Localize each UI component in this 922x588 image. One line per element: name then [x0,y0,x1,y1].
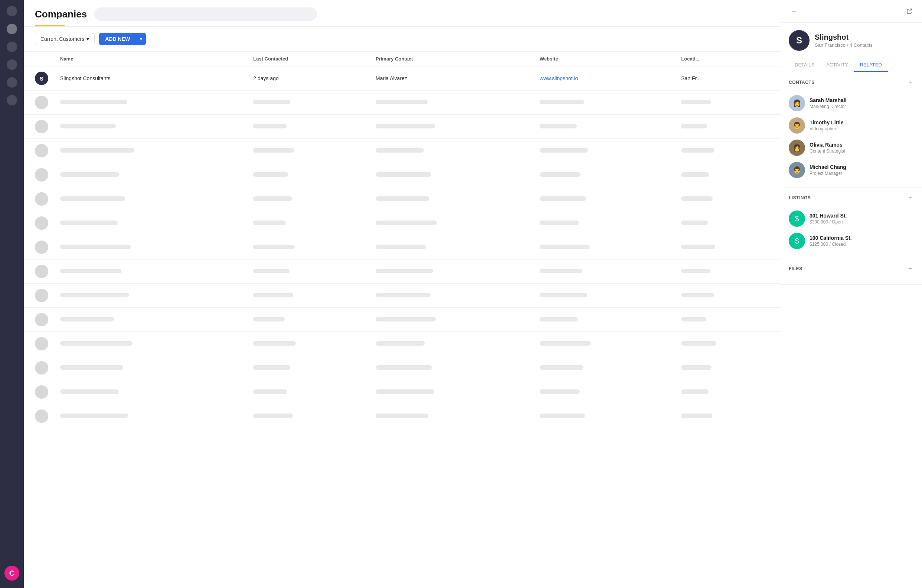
row-avatar-cell [24,332,54,356]
skeleton-bar [253,269,289,273]
skeleton-bar [681,413,712,418]
listing-item-2[interactable]: $ 100 California St. $125,000 / Closed [789,230,915,252]
contact-avatar-timothy: 👨 [789,117,805,134]
table-row[interactable] [24,211,781,235]
skeleton-bar [681,341,716,346]
col-name[interactable]: Name [54,52,247,67]
skeleton-cell [675,284,781,308]
tab-details[interactable]: DETAILS [789,58,820,72]
filter-button[interactable]: Current Customers ▾ [35,33,95,45]
panel-company-name: Slingshot [815,33,873,42]
contact-item-sarah[interactable]: 👩 Sarah Marshall Marketing Director [789,92,915,114]
sidebar-item-4[interactable] [7,59,17,70]
row-website[interactable]: www.slingshot.io [534,67,675,91]
files-add-button[interactable]: + [906,264,915,273]
col-website[interactable]: Website [534,52,675,67]
sidebar-item-3[interactable] [7,42,17,52]
row-last-contacted: 2 days ago [247,67,370,91]
table-row[interactable] [24,163,781,187]
table-row[interactable] [24,139,781,163]
skeleton-cell [675,404,781,428]
skeleton-cell [370,91,534,115]
skeleton-cell [247,404,370,428]
listing-sub-2: $125,000 / Closed [809,242,852,247]
row-avatar-cell [24,284,54,308]
table-row[interactable] [24,115,781,139]
table-row[interactable] [24,284,781,308]
row-avatar-cell [24,380,54,404]
skeleton-bar [681,389,709,394]
sidebar-item-2[interactable] [7,24,17,34]
title-underline [35,25,65,26]
row-avatar-cell [24,211,54,235]
listings-section: LISTINGS + $ 301 Howard St. $300,000 / O… [781,188,922,258]
skeleton-bar [376,269,433,273]
avatar-placeholder [35,385,48,399]
table-row[interactable] [24,91,781,115]
skeleton-cell [54,404,247,428]
contact-info-timothy: Timothy Little Videographer [809,119,844,131]
table-row[interactable] [24,260,781,284]
skeleton-cell [247,211,370,235]
table-row[interactable] [24,187,781,211]
contact-info-michael: Michael Chang Project Manager [809,164,846,176]
panel-back-icon[interactable]: → [789,6,799,16]
listing-icon-1: $ [789,211,805,227]
col-last-contacted[interactable]: Last Contacted [247,52,370,67]
table-row[interactable] [24,404,781,428]
skeleton-bar [540,413,585,418]
website-link[interactable]: www.slingshot.io [540,75,578,81]
listing-item-1[interactable]: $ 301 Howard St. $300,000 / Open [789,207,915,230]
companies-table: Name Last Contacted Primary Contact Webs… [24,52,781,428]
table-row[interactable] [24,356,781,380]
table-row[interactable] [24,308,781,332]
listings-add-button[interactable]: + [906,193,915,202]
search-input[interactable] [94,7,317,21]
table-row[interactable]: S Slingshot Consultants 2 days ago Maria… [24,67,781,91]
table-row[interactable] [24,380,781,404]
contact-item-michael[interactable]: 👨 Michael Chang Project Manager [789,159,915,181]
skeleton-bar [253,245,295,249]
skeleton-cell [370,163,534,187]
skeleton-bar [681,172,709,177]
skeleton-cell [534,187,675,211]
sidebar-item-5[interactable] [7,77,17,88]
skeleton-cell [247,308,370,332]
sidebar-item-6[interactable] [7,95,17,105]
skeleton-cell [370,115,534,139]
skeleton-bar [376,365,432,370]
panel-external-link-icon[interactable] [904,6,915,16]
contact-item-olivia[interactable]: 👩 Olivia Ramos Content Strategist [789,137,915,159]
files-section-title: FILES [789,266,803,271]
sidebar-item-1[interactable] [7,6,17,16]
row-avatar-cell [24,308,54,332]
tab-related[interactable]: RELATED [854,58,888,72]
row-avatar-cell [24,356,54,380]
skeleton-bar [540,196,586,201]
add-new-button[interactable]: ADD NEW ▾ [99,33,146,45]
listing-sub-1: $300,000 / Open [809,219,847,225]
skeleton-bar [60,413,128,418]
skeleton-cell [534,139,675,163]
avatar-placeholder [35,313,48,326]
col-location[interactable]: Locati... [675,52,781,67]
listing-name-1: 301 Howard St. [809,213,847,219]
tab-activity[interactable]: ACTIVITY [820,58,854,72]
skeleton-bar [253,124,286,129]
avatar-placeholder [35,337,48,350]
col-primary-contact[interactable]: Primary Contact [370,52,534,67]
add-new-arrow-icon[interactable]: ▾ [136,33,146,45]
skeleton-cell [675,163,781,187]
skeleton-bar [60,293,129,297]
company-avatar: S [35,72,48,85]
skeleton-bar [253,413,293,418]
skeleton-cell [370,380,534,404]
app-logo[interactable]: C [5,566,19,581]
table-row[interactable] [24,332,781,356]
panel-company-avatar: S [789,30,809,51]
contacts-add-button[interactable]: + [906,78,915,87]
table-row[interactable] [24,235,781,260]
contact-item-timothy[interactable]: 👨 Timothy Little Videographer [789,114,915,137]
skeleton-cell [370,332,534,356]
avatar-placeholder [35,216,48,230]
